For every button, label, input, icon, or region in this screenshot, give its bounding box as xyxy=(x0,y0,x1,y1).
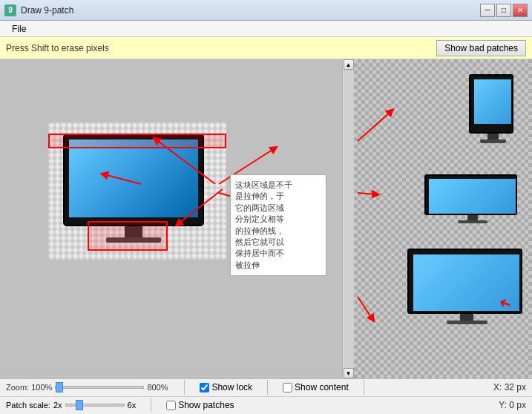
monitor-screen xyxy=(69,139,198,217)
patch-scale-group: Patch scale: 2x 6x xyxy=(6,401,136,410)
show-patches-checkbox[interactable] xyxy=(166,401,176,410)
main-area: 这块区域是不干 是拉伸的，于 它的两边区域 分别定义相等 的拉伸的线， 然后它就… xyxy=(0,59,532,378)
statusbar-top-row: Zoom: 100% 800% Show lock Show content X… xyxy=(0,379,532,397)
svg-line-6 xyxy=(358,111,391,141)
app-icon: 9 xyxy=(4,4,16,16)
show-bad-patches-button[interactable]: Show bad patches xyxy=(436,40,526,56)
statusbar-bottom-row: Patch scale: 2x 6x Show patches Y: 0 px xyxy=(0,397,532,414)
infobar: Press Shift to erase pixels Show bad pat… xyxy=(0,37,532,59)
patch-scale-value: 2x xyxy=(53,401,62,410)
menubar: File xyxy=(0,21,532,37)
preview-monitor-medium xyxy=(424,174,521,226)
scroll-down-button[interactable]: ▼ xyxy=(344,368,354,378)
scroll-track[interactable] xyxy=(344,70,354,368)
preview-panel: ➜ xyxy=(354,59,532,378)
file-menu[interactable]: File xyxy=(6,22,32,36)
divider4 xyxy=(151,398,151,413)
zoom-group: Zoom: 100% 800% xyxy=(6,383,169,392)
zoom-max-label: 800% xyxy=(147,383,169,392)
y-coord-label: Y: 0 px xyxy=(499,400,526,410)
canvas-scrollbar[interactable]: ▲ ▼ xyxy=(342,59,354,378)
preview-monitor-large: ➜ xyxy=(407,249,526,326)
bad-patch-rect-top xyxy=(48,134,226,148)
show-patches-label: Show patches xyxy=(178,400,234,410)
maximize-button[interactable]: □ xyxy=(496,4,511,17)
tooltip-text: 这块区域是不干 是拉伸的，于 它的两边区域 分别定义相等 的拉伸的线， 然后它就… xyxy=(235,180,292,269)
minimize-button[interactable]: ─ xyxy=(480,4,495,17)
close-button[interactable]: ✕ xyxy=(513,4,528,17)
window-title: Draw 9-patch xyxy=(21,5,480,16)
show-content-checkbox[interactable] xyxy=(283,383,292,392)
hint-text: Press Shift to erase pixels xyxy=(6,43,109,53)
patch-scale-max: 6x xyxy=(128,401,137,410)
svg-line-7 xyxy=(358,193,376,194)
x-coord-label: X: 32 px xyxy=(493,382,526,392)
svg-line-8 xyxy=(358,297,372,319)
titlebar: 9 Draw 9-patch ─ □ ✕ xyxy=(0,0,532,21)
show-content-label: Show content xyxy=(295,382,349,392)
divider3 xyxy=(364,380,364,395)
show-lock-group: Show lock xyxy=(200,382,252,392)
patch-scale-slider[interactable] xyxy=(65,404,125,407)
canvas-area[interactable]: 这块区域是不干 是拉伸的，于 它的两边区域 分别定义相等 的拉伸的线， 然后它就… xyxy=(0,59,342,378)
divider2 xyxy=(267,380,268,395)
statusbar: Zoom: 100% 800% Show lock Show content X… xyxy=(0,378,532,414)
show-patches-group: Show patches xyxy=(166,400,234,410)
show-content-group: Show content xyxy=(283,382,349,392)
patch-scale-label: Patch scale: xyxy=(6,401,50,410)
show-lock-label: Show lock xyxy=(211,382,252,392)
window-controls: ─ □ ✕ xyxy=(480,4,528,17)
divider1 xyxy=(184,380,185,395)
preview-monitor-small xyxy=(469,74,517,145)
zoom-label: Zoom: 100% xyxy=(6,383,52,392)
tooltip-box: 这块区域是不干 是拉伸的，于 它的两边区域 分别定义相等 的拉伸的线， 然后它就… xyxy=(230,174,326,276)
scroll-up-button[interactable]: ▲ xyxy=(344,59,354,70)
show-lock-checkbox[interactable] xyxy=(200,383,209,392)
zoom-slider[interactable] xyxy=(55,386,144,389)
bad-patch-rect-bottom xyxy=(88,221,168,251)
